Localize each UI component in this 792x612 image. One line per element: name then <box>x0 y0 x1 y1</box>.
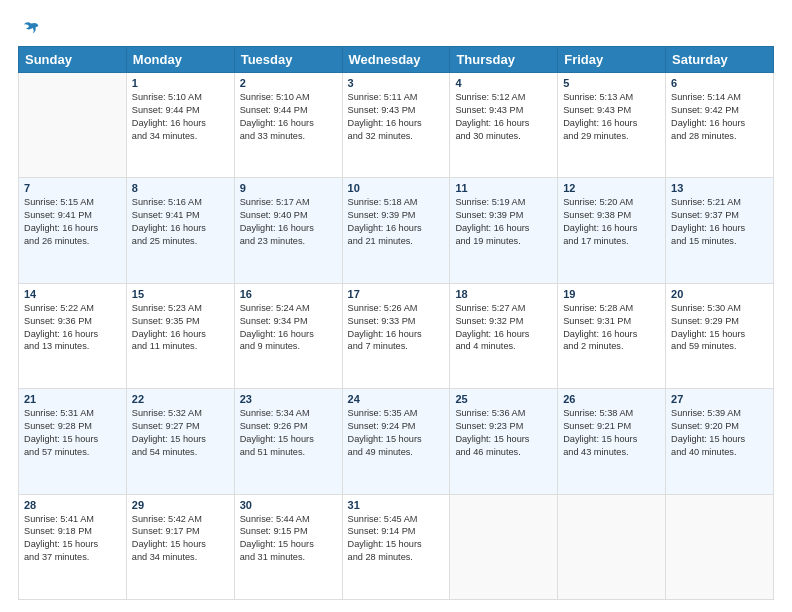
day-number: 17 <box>348 288 445 300</box>
day-info: Sunrise: 5:32 AM Sunset: 9:27 PM Dayligh… <box>132 407 229 459</box>
day-info: Sunrise: 5:20 AM Sunset: 9:38 PM Dayligh… <box>563 196 660 248</box>
day-info: Sunrise: 5:16 AM Sunset: 9:41 PM Dayligh… <box>132 196 229 248</box>
day-number: 28 <box>24 499 121 511</box>
calendar-day-header: Friday <box>558 47 666 73</box>
day-info: Sunrise: 5:34 AM Sunset: 9:26 PM Dayligh… <box>240 407 337 459</box>
calendar-day-cell: 7Sunrise: 5:15 AM Sunset: 9:41 PM Daylig… <box>19 178 127 283</box>
calendar-day-cell: 24Sunrise: 5:35 AM Sunset: 9:24 PM Dayli… <box>342 389 450 494</box>
day-info: Sunrise: 5:21 AM Sunset: 9:37 PM Dayligh… <box>671 196 768 248</box>
day-number: 11 <box>455 182 552 194</box>
day-number: 3 <box>348 77 445 89</box>
day-number: 31 <box>348 499 445 511</box>
day-info: Sunrise: 5:13 AM Sunset: 9:43 PM Dayligh… <box>563 91 660 143</box>
calendar-day-cell: 30Sunrise: 5:44 AM Sunset: 9:15 PM Dayli… <box>234 494 342 599</box>
calendar-day-cell: 31Sunrise: 5:45 AM Sunset: 9:14 PM Dayli… <box>342 494 450 599</box>
header <box>18 18 774 36</box>
calendar-day-cell: 11Sunrise: 5:19 AM Sunset: 9:39 PM Dayli… <box>450 178 558 283</box>
calendar-day-cell <box>450 494 558 599</box>
logo <box>18 18 42 36</box>
calendar-day-cell: 29Sunrise: 5:42 AM Sunset: 9:17 PM Dayli… <box>126 494 234 599</box>
calendar-header-row: SundayMondayTuesdayWednesdayThursdayFrid… <box>19 47 774 73</box>
day-number: 25 <box>455 393 552 405</box>
calendar-day-cell: 6Sunrise: 5:14 AM Sunset: 9:42 PM Daylig… <box>666 73 774 178</box>
day-number: 20 <box>671 288 768 300</box>
day-info: Sunrise: 5:18 AM Sunset: 9:39 PM Dayligh… <box>348 196 445 248</box>
day-info: Sunrise: 5:28 AM Sunset: 9:31 PM Dayligh… <box>563 302 660 354</box>
day-info: Sunrise: 5:36 AM Sunset: 9:23 PM Dayligh… <box>455 407 552 459</box>
calendar-day-cell: 27Sunrise: 5:39 AM Sunset: 9:20 PM Dayli… <box>666 389 774 494</box>
calendar-day-cell: 15Sunrise: 5:23 AM Sunset: 9:35 PM Dayli… <box>126 283 234 388</box>
day-number: 4 <box>455 77 552 89</box>
calendar-day-cell: 19Sunrise: 5:28 AM Sunset: 9:31 PM Dayli… <box>558 283 666 388</box>
calendar-day-cell <box>666 494 774 599</box>
calendar-day-cell: 1Sunrise: 5:10 AM Sunset: 9:44 PM Daylig… <box>126 73 234 178</box>
day-number: 22 <box>132 393 229 405</box>
day-number: 6 <box>671 77 768 89</box>
calendar-day-cell: 10Sunrise: 5:18 AM Sunset: 9:39 PM Dayli… <box>342 178 450 283</box>
day-info: Sunrise: 5:22 AM Sunset: 9:36 PM Dayligh… <box>24 302 121 354</box>
calendar-day-cell: 26Sunrise: 5:38 AM Sunset: 9:21 PM Dayli… <box>558 389 666 494</box>
calendar-day-cell: 22Sunrise: 5:32 AM Sunset: 9:27 PM Dayli… <box>126 389 234 494</box>
day-number: 7 <box>24 182 121 194</box>
day-number: 13 <box>671 182 768 194</box>
day-info: Sunrise: 5:38 AM Sunset: 9:21 PM Dayligh… <box>563 407 660 459</box>
day-number: 14 <box>24 288 121 300</box>
day-number: 16 <box>240 288 337 300</box>
calendar-day-header: Monday <box>126 47 234 73</box>
day-info: Sunrise: 5:17 AM Sunset: 9:40 PM Dayligh… <box>240 196 337 248</box>
day-info: Sunrise: 5:44 AM Sunset: 9:15 PM Dayligh… <box>240 513 337 565</box>
calendar-day-cell: 4Sunrise: 5:12 AM Sunset: 9:43 PM Daylig… <box>450 73 558 178</box>
calendar-day-cell: 23Sunrise: 5:34 AM Sunset: 9:26 PM Dayli… <box>234 389 342 494</box>
calendar-week-row: 14Sunrise: 5:22 AM Sunset: 9:36 PM Dayli… <box>19 283 774 388</box>
day-number: 9 <box>240 182 337 194</box>
day-info: Sunrise: 5:30 AM Sunset: 9:29 PM Dayligh… <box>671 302 768 354</box>
day-info: Sunrise: 5:10 AM Sunset: 9:44 PM Dayligh… <box>240 91 337 143</box>
calendar-week-row: 21Sunrise: 5:31 AM Sunset: 9:28 PM Dayli… <box>19 389 774 494</box>
day-number: 1 <box>132 77 229 89</box>
day-info: Sunrise: 5:14 AM Sunset: 9:42 PM Dayligh… <box>671 91 768 143</box>
day-number: 30 <box>240 499 337 511</box>
calendar-week-row: 28Sunrise: 5:41 AM Sunset: 9:18 PM Dayli… <box>19 494 774 599</box>
day-number: 24 <box>348 393 445 405</box>
day-number: 10 <box>348 182 445 194</box>
calendar-day-cell: 2Sunrise: 5:10 AM Sunset: 9:44 PM Daylig… <box>234 73 342 178</box>
calendar-week-row: 7Sunrise: 5:15 AM Sunset: 9:41 PM Daylig… <box>19 178 774 283</box>
calendar-day-cell: 8Sunrise: 5:16 AM Sunset: 9:41 PM Daylig… <box>126 178 234 283</box>
day-info: Sunrise: 5:23 AM Sunset: 9:35 PM Dayligh… <box>132 302 229 354</box>
calendar-day-cell <box>19 73 127 178</box>
calendar-day-cell: 25Sunrise: 5:36 AM Sunset: 9:23 PM Dayli… <box>450 389 558 494</box>
day-number: 27 <box>671 393 768 405</box>
day-number: 23 <box>240 393 337 405</box>
day-number: 18 <box>455 288 552 300</box>
calendar-day-cell: 12Sunrise: 5:20 AM Sunset: 9:38 PM Dayli… <box>558 178 666 283</box>
day-number: 2 <box>240 77 337 89</box>
calendar-day-header: Saturday <box>666 47 774 73</box>
day-info: Sunrise: 5:45 AM Sunset: 9:14 PM Dayligh… <box>348 513 445 565</box>
calendar-day-header: Thursday <box>450 47 558 73</box>
day-info: Sunrise: 5:10 AM Sunset: 9:44 PM Dayligh… <box>132 91 229 143</box>
calendar-day-header: Wednesday <box>342 47 450 73</box>
calendar-day-cell: 18Sunrise: 5:27 AM Sunset: 9:32 PM Dayli… <box>450 283 558 388</box>
calendar-day-header: Sunday <box>19 47 127 73</box>
calendar-day-cell: 16Sunrise: 5:24 AM Sunset: 9:34 PM Dayli… <box>234 283 342 388</box>
calendar-day-header: Tuesday <box>234 47 342 73</box>
calendar-day-cell: 3Sunrise: 5:11 AM Sunset: 9:43 PM Daylig… <box>342 73 450 178</box>
day-info: Sunrise: 5:19 AM Sunset: 9:39 PM Dayligh… <box>455 196 552 248</box>
calendar-day-cell <box>558 494 666 599</box>
day-info: Sunrise: 5:27 AM Sunset: 9:32 PM Dayligh… <box>455 302 552 354</box>
day-info: Sunrise: 5:15 AM Sunset: 9:41 PM Dayligh… <box>24 196 121 248</box>
day-number: 5 <box>563 77 660 89</box>
day-number: 19 <box>563 288 660 300</box>
calendar-day-cell: 9Sunrise: 5:17 AM Sunset: 9:40 PM Daylig… <box>234 178 342 283</box>
day-info: Sunrise: 5:42 AM Sunset: 9:17 PM Dayligh… <box>132 513 229 565</box>
day-info: Sunrise: 5:31 AM Sunset: 9:28 PM Dayligh… <box>24 407 121 459</box>
day-number: 12 <box>563 182 660 194</box>
day-info: Sunrise: 5:35 AM Sunset: 9:24 PM Dayligh… <box>348 407 445 459</box>
day-number: 26 <box>563 393 660 405</box>
page: SundayMondayTuesdayWednesdayThursdayFrid… <box>0 0 792 612</box>
calendar-day-cell: 14Sunrise: 5:22 AM Sunset: 9:36 PM Dayli… <box>19 283 127 388</box>
day-info: Sunrise: 5:39 AM Sunset: 9:20 PM Dayligh… <box>671 407 768 459</box>
logo-bird-icon <box>20 18 42 40</box>
day-info: Sunrise: 5:11 AM Sunset: 9:43 PM Dayligh… <box>348 91 445 143</box>
day-number: 21 <box>24 393 121 405</box>
